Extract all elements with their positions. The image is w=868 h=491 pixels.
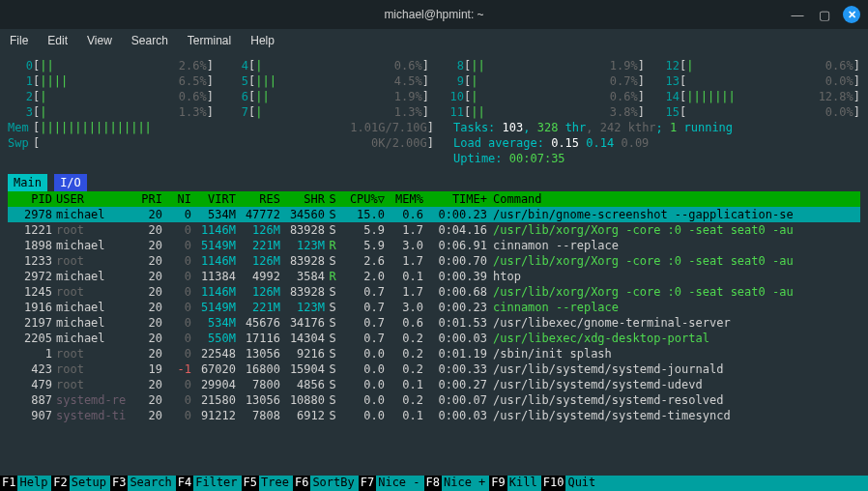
- cpu-meter-15: 15[0.0%]: [654, 104, 860, 120]
- fkey-f3[interactable]: F3Search: [110, 476, 176, 491]
- menu-terminal[interactable]: Terminal: [188, 34, 231, 47]
- table-row[interactable]: 1898michael2005149M221M123MR5.93.00:06.9…: [8, 238, 860, 253]
- mem-meter: Mem[||||||||||||||||1.01G/7.10G]: [8, 120, 434, 135]
- fkey-f4[interactable]: F4Filter: [176, 476, 242, 491]
- cpu-meter-13: 13[0.0%]: [654, 73, 860, 89]
- fkey-f1[interactable]: F1Help: [0, 476, 51, 491]
- minimize-button[interactable]: —: [789, 6, 806, 23]
- table-row[interactable]: 2205michael200550M1711614304S0.70.20:00.…: [8, 331, 860, 346]
- titlebar: michael@hpmint: ~ — ▢ ✕: [0, 0, 868, 29]
- fkey-f7[interactable]: F7Nice -: [359, 476, 424, 491]
- menu-view[interactable]: View: [87, 34, 112, 47]
- close-button[interactable]: ✕: [843, 6, 860, 23]
- fkey-f8[interactable]: F8Nice +: [424, 476, 490, 491]
- cpu-meter-12: 12[|0.6%]: [654, 58, 860, 73]
- cpu-meter-9: 9[|0.7%]: [439, 73, 645, 89]
- tab-io[interactable]: I/O: [54, 174, 87, 191]
- tasks-line: Tasks: 103, 328 thr, 242 kthr; 1 running: [453, 120, 733, 135]
- table-row[interactable]: 1916michael2005149M221M123MS0.73.00:00.2…: [8, 300, 860, 315]
- cpu-meter-5: 5[|||4.5%]: [223, 73, 429, 89]
- cpu-meter-11: 11[||3.8%]: [439, 104, 645, 120]
- table-row[interactable]: 907systemd-ti2009121278086912S0.00.10:00…: [8, 408, 860, 423]
- table-row[interactable]: 423root19-1670201680015904S0.00.20:00.33…: [8, 361, 860, 377]
- fkey-f5[interactable]: F5Tree: [242, 476, 293, 491]
- load-line: Load average: 0.15 0.14 0.09: [453, 135, 733, 151]
- fkey-bar: F1Help F2Setup F3SearchF4FilterF5Tree F6…: [0, 476, 868, 491]
- fkey-f10[interactable]: F10Quit: [541, 476, 600, 491]
- menu-search[interactable]: Search: [131, 34, 168, 47]
- table-row[interactable]: 1245root2001146M126M83928S0.71.70:00.68/…: [8, 284, 860, 300]
- table-row[interactable]: 2978michael200534M4777234560S15.00.60:00…: [8, 207, 860, 222]
- menubar: FileEditViewSearchTerminalHelp: [0, 29, 868, 52]
- cpu-meter-8: 8[||1.9%]: [439, 58, 645, 73]
- fkey-f6[interactable]: F6SortBy: [293, 476, 359, 491]
- uptime-line: Uptime: 00:07:35: [453, 151, 733, 166]
- tab-main[interactable]: Main: [8, 174, 47, 191]
- cpu-meter-6: 6[||1.9%]: [223, 89, 429, 104]
- table-row[interactable]: 1233root2001146M126M83928S2.61.70:00.70/…: [8, 253, 860, 269]
- table-row[interactable]: 479root2002990478004856S0.00.10:00.27/us…: [8, 377, 860, 392]
- window-title: michael@hpmint: ~: [384, 8, 483, 21]
- table-row[interactable]: 1221root2001146M126M83928S5.91.70:04.16/…: [8, 222, 860, 238]
- cpu-meter-10: 10[|0.6%]: [439, 89, 645, 104]
- table-header[interactable]: PID USER PRI NI VIRT RES SHR S CPU%▽ MEM…: [8, 191, 860, 207]
- cpu-meter-1: 1[||||6.5%]: [8, 73, 214, 89]
- maximize-button[interactable]: ▢: [816, 6, 833, 23]
- table-row[interactable]: 1root20022548130569216S0.00.20:01.19/sbi…: [8, 346, 860, 361]
- table-row[interactable]: 887systemd-re200215801305610880S0.00.20:…: [8, 392, 860, 408]
- cpu-meter-7: 7[|1.3%]: [223, 104, 429, 120]
- terminal-output: 0[||2.6%]4[|0.6%]8[||1.9%]12[|0.6%]1[|||…: [0, 52, 868, 423]
- cpu-meter-0: 0[||2.6%]: [8, 58, 214, 73]
- fkey-f2[interactable]: F2Setup: [51, 476, 110, 491]
- table-row[interactable]: 2972michael2001138449923584R2.00.10:00.3…: [8, 269, 860, 284]
- table-row[interactable]: 2197michael200534M4567634176S0.70.60:01.…: [8, 315, 860, 331]
- fkey-f9[interactable]: F9Kill: [489, 476, 540, 491]
- cpu-meter-3: 3[|1.3%]: [8, 104, 214, 120]
- menu-file[interactable]: File: [10, 34, 28, 47]
- menu-help[interactable]: Help: [250, 34, 275, 47]
- cpu-meter-2: 2[|0.6%]: [8, 89, 214, 104]
- menu-edit[interactable]: Edit: [47, 34, 68, 47]
- cpu-meter-14: 14[|||||||12.8%]: [654, 89, 860, 104]
- swp-meter: Swp[0K/2.00G]: [8, 135, 434, 151]
- cpu-meter-4: 4[|0.6%]: [223, 58, 429, 73]
